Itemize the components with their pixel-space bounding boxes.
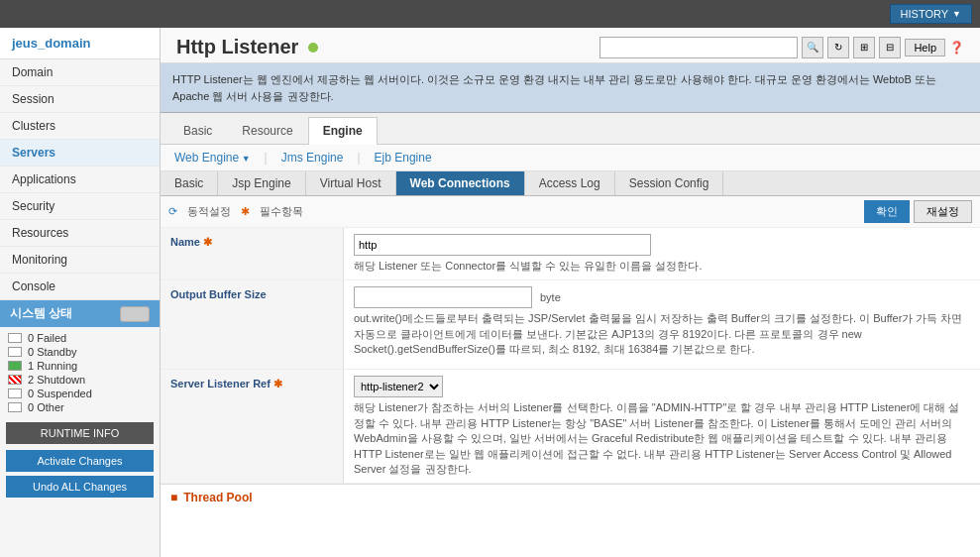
app-container: HISTORY jeus_domain Domain Session Clust… [0, 0, 980, 557]
name-input[interactable] [354, 234, 651, 256]
main-content: Http Listener 🔍 ↻ ⊞ ⊟ Help ❓ HTTP Listen… [161, 28, 980, 557]
undo-changes-button[interactable]: Undo ALL Changes [6, 476, 154, 498]
icon-btn-4[interactable]: ⊟ [879, 37, 901, 58]
suspended-label: 0 Suspended [28, 388, 92, 399]
form-row-name: Name ✱ 해당 Listener 또는 Connector를 식별할 수 있… [161, 228, 980, 280]
dynamic-icon: ⟳ [168, 205, 177, 218]
form-label-listener: Server Listener Ref ✱ [161, 370, 344, 483]
main-area: jeus_domain Domain Session Clusters Serv… [0, 28, 980, 557]
tab-resource[interactable]: Resource [227, 117, 307, 144]
required-star-name: ✱ [203, 236, 212, 248]
form-field-name: 해당 Listener 또는 Connector를 식별할 수 있는 유일한 이… [344, 228, 980, 279]
engine-tab-jms[interactable]: Jms Engine [275, 149, 350, 167]
content-header: Http Listener 🔍 ↻ ⊞ ⊟ Help ❓ [161, 28, 980, 63]
activate-changes-button[interactable]: Activate Changes [6, 450, 154, 472]
sidebar-item-security[interactable]: Security [0, 193, 160, 220]
required-star-listener: ✱ [273, 378, 282, 390]
search-bar-area: 🔍 ↻ ⊞ ⊟ Help ❓ [599, 37, 964, 58]
action-bar-left: ⟳ 동적설정 ✱ 필수항목 [168, 204, 303, 219]
required-label: 필수항목 [260, 204, 303, 219]
form-row-listener: Server Listener Ref ✱ http-listener2 해당 … [161, 370, 980, 484]
engine-tab-ejb[interactable]: Ejb Engine [369, 149, 438, 167]
engine-subtabs: Web Engine | Jms Engine | Ejb Engine [161, 145, 980, 171]
sidebar-item-applications[interactable]: Applications [0, 167, 160, 193]
sidebar-item-session[interactable]: Session [0, 86, 160, 113]
form-area: Name ✱ 해당 Listener 또는 Connector를 식별할 수 있… [161, 228, 980, 557]
required-icon: ✱ [241, 205, 250, 218]
buffer-desc: out.write()메소드들로부터 출력되는 JSP/Servlet 출력물을… [354, 311, 970, 357]
action-bar: ⟳ 동적설정 ✱ 필수항목 확인 재설정 [161, 196, 980, 228]
label-name-text: Name [170, 236, 200, 248]
system-status-label: 시스템 상태 [10, 305, 72, 322]
status-row-suspended: 0 Suspended [8, 387, 152, 400]
other-label: 0 Other [28, 401, 64, 413]
runtime-info-button[interactable]: RUNTIME INFO [6, 422, 154, 444]
tab2-web-connections[interactable]: Web Connections [396, 171, 525, 195]
shutdown-indicator [8, 375, 22, 385]
shutdown-label: 2 Shutdown [28, 374, 85, 386]
status-dot [308, 43, 318, 53]
sidebar: jeus_domain Domain Session Clusters Serv… [0, 28, 161, 557]
status-row-running: 1 Running [8, 359, 152, 373]
sidebar-domain[interactable]: jeus_domain [0, 28, 160, 59]
status-list: 0 Failed 0 Standby 1 Running 2 Shutdown … [0, 327, 160, 418]
dynamic-label: 동적설정 [187, 204, 231, 219]
suspended-indicator [8, 389, 22, 398]
standby-label: 0 Standby [28, 346, 77, 358]
standby-indicator [8, 347, 22, 357]
sidebar-item-monitoring[interactable]: Monitoring [0, 247, 160, 274]
tab2-virtual-host[interactable]: Virtual Host [306, 171, 396, 195]
search-input[interactable] [599, 37, 798, 58]
sidebar-item-clusters[interactable]: Clusters [0, 113, 160, 140]
tab2-session-config[interactable]: Session Config [615, 171, 724, 195]
status-toggle[interactable] [120, 306, 150, 322]
top-bar: HISTORY [0, 0, 980, 28]
failed-label: 0 Failed [28, 332, 66, 344]
listener-select[interactable]: http-listener2 [354, 376, 443, 397]
page-title: Http Listener [176, 36, 298, 58]
status-row-failed: 0 Failed [8, 331, 152, 345]
buffer-input[interactable] [354, 286, 532, 308]
listener-desc: 해당 Listener가 참조하는 서버의 Listener를 선택한다. 이름… [354, 400, 970, 477]
listener-input-row: http-listener2 [354, 376, 970, 397]
label-listener-text: Server Listener Ref [170, 378, 271, 390]
thread-pool-label: Thread Pool [183, 491, 252, 504]
info-banner: HTTP Listener는 웹 엔진에서 제공하는 웹 서버이다. 이것은 소… [161, 63, 980, 113]
other-indicator [8, 402, 22, 412]
confirm-button[interactable]: 확인 [864, 200, 910, 223]
buffer-unit: byte [540, 291, 561, 303]
engine-tab-web[interactable]: Web Engine [168, 149, 257, 167]
tab-basic[interactable]: Basic [168, 117, 227, 144]
help-icon[interactable]: ❓ [949, 41, 964, 55]
tab-engine[interactable]: Engine [308, 117, 378, 145]
form-label-name: Name ✱ [161, 228, 344, 279]
name-desc: 해당 Listener 또는 Connector를 식별할 수 있는 유일한 이… [354, 259, 970, 274]
form-field-buffer: byte out.write()메소드들로부터 출력되는 JSP/Servlet… [344, 280, 980, 369]
sidebar-item-servers[interactable]: Servers [0, 140, 160, 167]
sidebar-item-resources[interactable]: Resources [0, 220, 160, 247]
label-buffer-text: Output Buffer Size [170, 288, 267, 300]
sep1: | [265, 151, 268, 165]
thread-pool-header: ■ Thread Pool [161, 484, 980, 510]
form-row-buffer: Output Buffer Size byte out.write()메소드들로… [161, 280, 980, 370]
tab2-basic[interactable]: Basic [161, 171, 218, 195]
sidebar-item-domain[interactable]: Domain [0, 59, 160, 86]
sep2: | [357, 151, 360, 165]
history-button[interactable]: HISTORY [890, 4, 972, 24]
help-button[interactable]: Help [905, 39, 945, 56]
form-field-listener: http-listener2 해당 Listener가 참조하는 서버의 Lis… [344, 370, 980, 483]
tab2-access-log[interactable]: Access Log [525, 171, 615, 195]
tab2-jsp-engine[interactable]: Jsp Engine [218, 171, 305, 195]
icon-btn-3[interactable]: ⊞ [853, 37, 875, 58]
reset-button[interactable]: 재설정 [914, 200, 972, 223]
refresh-button[interactable]: ↻ [827, 37, 849, 58]
sidebar-item-console[interactable]: Console [0, 274, 160, 300]
form-label-buffer: Output Buffer Size [161, 280, 344, 369]
status-row-shutdown: 2 Shutdown [8, 373, 152, 387]
status-row-other: 0 Other [8, 400, 152, 414]
action-bar-right: 확인 재설정 [864, 200, 972, 223]
search-button[interactable]: 🔍 [802, 37, 823, 58]
running-indicator [8, 361, 22, 371]
thread-pool-icon: ■ [170, 491, 177, 504]
tabs-row1: Basic Resource Engine [161, 113, 980, 145]
